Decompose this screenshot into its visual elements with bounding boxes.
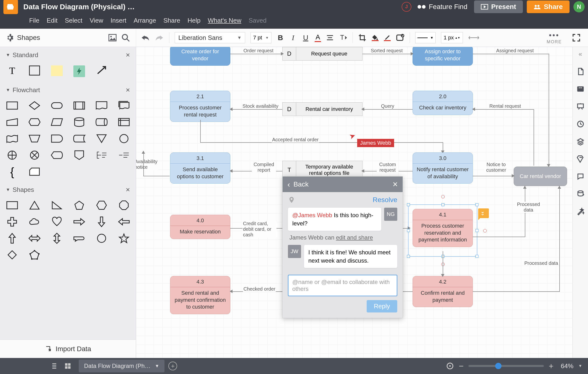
fc-internalstorage[interactable] <box>118 117 130 127</box>
fc-or[interactable] <box>6 150 18 160</box>
fc-manualop[interactable] <box>29 133 40 144</box>
menu-help[interactable]: Help <box>188 17 200 24</box>
sh-lrarrow[interactable] <box>29 233 40 243</box>
font-size-select[interactable]: 7 pt▼ <box>251 32 271 43</box>
fc-terminator[interactable] <box>51 100 63 111</box>
menu-file[interactable]: File <box>29 17 39 24</box>
node-42[interactable]: 4.2Confirm rental and payment <box>413 276 473 307</box>
italic-button[interactable]: I <box>289 34 297 41</box>
edit-share-link[interactable]: edit and share <box>336 234 373 241</box>
layers-icon[interactable] <box>577 138 584 145</box>
fc-database[interactable] <box>74 117 85 127</box>
history-icon[interactable] <box>577 120 584 128</box>
line-style-select[interactable]: ▼ <box>415 32 436 43</box>
reply-button[interactable]: Reply <box>367 300 397 312</box>
document-title[interactable]: Data Flow Diagram (Physical) … <box>23 3 135 11</box>
fc-predefined[interactable] <box>74 100 85 111</box>
zoom-out-button[interactable]: − <box>459 361 464 371</box>
fc-data[interactable] <box>51 117 63 127</box>
fc-decision[interactable] <box>29 100 40 111</box>
menu-share[interactable]: Share <box>163 17 180 24</box>
fc-display[interactable] <box>51 150 63 160</box>
sh-righttriangle[interactable] <box>51 200 63 210</box>
fc-offpage[interactable] <box>74 150 85 160</box>
datastore-request-queue[interactable]: DRequest queue <box>282 47 363 61</box>
fc-card[interactable] <box>29 166 40 177</box>
zoom-in-button[interactable]: + <box>549 361 554 371</box>
section-flowchart[interactable]: ▼Flowchart× <box>0 82 136 98</box>
line-endpoints-icon[interactable] <box>468 35 479 40</box>
fc-delay[interactable] <box>51 133 63 144</box>
fc-multidoc[interactable] <box>118 100 130 111</box>
search-icon[interactable] <box>121 33 130 42</box>
presentation-icon[interactable] <box>577 103 584 110</box>
sh-hexagon[interactable] <box>96 200 107 210</box>
back-chevron-icon[interactable]: ‹ <box>287 180 290 189</box>
sh-star[interactable] <box>118 233 130 243</box>
node-31[interactable]: 3.1Send available options to customer <box>170 153 230 184</box>
sh-leftarrow[interactable] <box>118 217 130 227</box>
image-icon[interactable] <box>108 33 117 42</box>
sh-downarrow[interactable] <box>96 217 107 227</box>
grid-icon[interactable] <box>64 362 72 370</box>
text-field-icon[interactable]: T <box>339 34 347 41</box>
sh-cross[interactable] <box>6 217 18 227</box>
text-color-button[interactable]: A <box>315 33 321 42</box>
menu-arrange[interactable]: Arrange <box>134 17 156 24</box>
node-assign-order[interactable]: Assign order to specific vendor <box>413 47 473 66</box>
line-color-button[interactable] <box>384 34 391 41</box>
shape-style-icon[interactable] <box>396 33 404 42</box>
back-label[interactable]: Back <box>294 180 309 188</box>
comment-input[interactable]: @name or @email to collaborate with othe… <box>288 275 397 296</box>
sh-udarrow[interactable] <box>51 233 63 243</box>
node-40[interactable]: 4.0Make reservation <box>170 215 230 239</box>
chat-icon[interactable] <box>577 173 584 180</box>
close-icon[interactable]: × <box>126 186 130 194</box>
undo-icon[interactable] <box>141 34 150 41</box>
node-43[interactable]: 4.3Send rental and payment confirmation … <box>170 276 230 314</box>
zoom-dropdown-caret[interactable]: ▼ <box>578 364 582 368</box>
fc-storeddata[interactable] <box>74 133 85 144</box>
user-avatar-n[interactable]: N <box>573 1 585 12</box>
add-page-button[interactable]: + <box>168 362 177 370</box>
menu-select[interactable]: Select <box>65 17 82 24</box>
node-20[interactable]: 2.0Check car inventory <box>413 91 473 115</box>
font-family-select[interactable]: Liberation Sans▼ <box>175 32 245 43</box>
quote-icon[interactable]: "" <box>577 85 584 93</box>
text-shape[interactable]: T <box>6 66 18 76</box>
fc-manualinput[interactable] <box>6 117 18 127</box>
redo-icon[interactable] <box>155 34 164 41</box>
sh-polygon[interactable] <box>29 250 40 260</box>
close-icon[interactable]: × <box>393 179 398 189</box>
node-vendor[interactable]: Car rental vendor <box>514 166 567 186</box>
share-button[interactable]: Share <box>527 0 569 13</box>
fc-preparation[interactable] <box>29 117 40 127</box>
line-width-select[interactable]: 1 px▲▼ <box>441 32 463 43</box>
sh-rightarrow[interactable] <box>74 217 85 227</box>
app-logo[interactable] <box>3 0 18 14</box>
fc-merge[interactable] <box>96 133 107 144</box>
fc-connector[interactable] <box>118 133 130 144</box>
node-30[interactable]: 3.0Notify rental customer of availabilit… <box>413 153 473 184</box>
sh-diamond[interactable] <box>6 250 18 260</box>
fc-annotation[interactable] <box>96 150 107 160</box>
fc-brace[interactable]: { <box>6 166 18 177</box>
present-button[interactable]: Present <box>474 0 523 13</box>
section-shapes[interactable]: ▼Shapes× <box>0 182 136 198</box>
data-icon[interactable] <box>577 190 584 198</box>
menu-whats-new[interactable]: What's New <box>208 17 241 24</box>
sh-pentagon[interactable] <box>74 200 85 210</box>
sh-heart[interactable] <box>51 217 63 227</box>
magic-icon[interactable] <box>577 208 584 215</box>
node-41[interactable]: 4.1Process customer reservation and paym… <box>413 209 473 247</box>
note-shape[interactable] <box>51 66 63 76</box>
comment-marker-icon[interactable] <box>478 209 489 218</box>
crop-icon[interactable] <box>358 33 367 42</box>
sh-rect[interactable] <box>6 200 18 210</box>
section-standard[interactable]: ▼Standard× <box>0 47 136 63</box>
sh-circle[interactable] <box>96 233 107 243</box>
zoom-percentage[interactable]: 64% <box>561 362 573 370</box>
fc-summing[interactable] <box>29 150 40 160</box>
sh-callout[interactable] <box>74 233 85 243</box>
more-button[interactable]: ••• MORE <box>547 31 562 44</box>
